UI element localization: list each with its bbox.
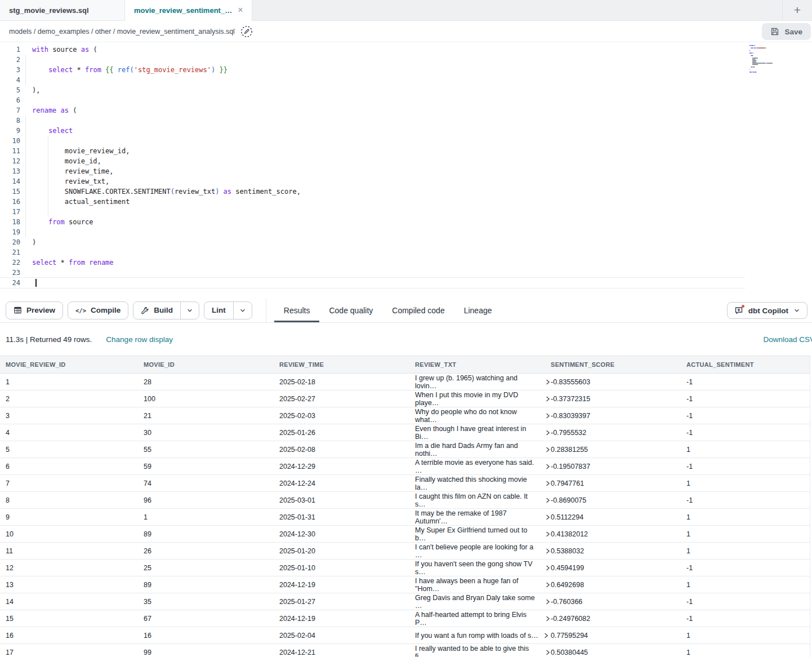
cell-review-txt: A terrible movie as everyone has said. … — [415, 459, 551, 474]
cell-movie-review-id: 8 — [6, 496, 144, 504]
cell-sentiment-score: 0.50380445 — [551, 649, 686, 656]
cell-movie-review-id: 3 — [6, 412, 144, 420]
expand-cell-chevron-right-icon[interactable] — [545, 514, 551, 521]
line-number: 11 — [0, 146, 20, 156]
code-line[interactable]: 16 actual_sentiment — [0, 197, 812, 207]
lint-dropdown-button[interactable] — [233, 302, 252, 319]
code-line[interactable]: 5), — [0, 85, 812, 95]
review-text: I caught this film on AZN on cable. It s… — [415, 492, 540, 508]
change-row-display-link[interactable]: Change row display — [106, 335, 173, 344]
expand-cell-chevron-right-icon[interactable] — [545, 497, 551, 504]
cell-movie-review-id: 12 — [6, 564, 144, 572]
preview-button[interactable]: Preview — [6, 301, 63, 319]
code-line[interactable]: 15 SNOWFLAKE.CORTEX.SENTIMENT(review_txt… — [0, 187, 812, 197]
cell-review-time: 2024-12-29 — [279, 463, 415, 470]
expand-cell-chevron-right-icon[interactable] — [543, 632, 549, 639]
code-line[interactable]: 17 — [0, 207, 812, 217]
build-split-button: Build — [133, 301, 199, 319]
cell-review-txt: If you want a fun romp with loads of s… — [415, 632, 551, 640]
cell-actual-sentiment: 1 — [686, 530, 810, 538]
code-line[interactable]: 12 movie_id, — [0, 156, 812, 166]
expand-cell-chevron-right-icon[interactable] — [545, 480, 551, 487]
code-line[interactable]: 14 review_txt, — [0, 176, 812, 187]
code-line[interactable]: 6 — [0, 95, 812, 105]
review-text: If you want a fun romp with loads of s… — [415, 632, 538, 640]
review-text: A half-hearted attempt to bring Elvis P… — [415, 611, 540, 627]
code-line[interactable]: 24 — [0, 278, 745, 288]
code-line[interactable]: 21 — [0, 247, 812, 258]
expand-cell-chevron-right-icon[interactable] — [545, 463, 551, 470]
cell-review-time: 2024-12-24 — [279, 480, 415, 487]
tab-movie-review-sentiment-analysis[interactable]: movie_review_sentiment_… × — [125, 0, 252, 21]
cell-sentiment-score: -0.83555603 — [551, 378, 686, 386]
cell-movie-review-id: 10 — [6, 530, 144, 538]
line-number: 21 — [0, 247, 20, 258]
cell-actual-sentiment: -1 — [686, 564, 810, 572]
code-line[interactable]: 3 select * from {{ ref('stg_movie_review… — [0, 65, 812, 75]
expand-cell-chevron-right-icon[interactable] — [545, 548, 551, 554]
code-line[interactable]: 20) — [0, 237, 812, 247]
expand-cell-chevron-right-icon[interactable] — [545, 396, 551, 402]
table-row: 16162025-02-04If you want a fun romp wit… — [0, 627, 810, 644]
cell-movie-id: 35 — [144, 598, 279, 606]
expand-cell-chevron-right-icon[interactable] — [545, 429, 551, 436]
table-row: 3212025-02-03Why do people who do not kn… — [0, 407, 810, 424]
save-button[interactable]: Save — [762, 23, 811, 40]
new-tab-button[interactable]: + — [782, 0, 812, 20]
expand-cell-chevron-right-icon[interactable] — [545, 598, 551, 605]
dbt-copilot-button[interactable]: dbt Copilot — [727, 302, 807, 319]
code-line[interactable]: 8 — [0, 116, 812, 126]
tab-compiled-code[interactable]: Compiled code — [382, 298, 454, 322]
review-text: When I put this movie in my DVD playe… — [415, 391, 540, 407]
build-button[interactable]: Build — [133, 302, 180, 319]
cell-review-txt: I have always been a huge fan of "Hom… — [415, 577, 551, 593]
expand-cell-chevron-right-icon[interactable] — [545, 379, 551, 385]
code-line[interactable]: 13 review_time, — [0, 166, 812, 176]
line-number: 16 — [0, 197, 20, 207]
code-line[interactable]: 9 select — [0, 126, 812, 136]
lint-button[interactable]: Lint — [204, 302, 233, 319]
code-line[interactable]: 11 movie_review_id, — [0, 146, 812, 156]
build-dropdown-button[interactable] — [180, 302, 199, 319]
expand-cell-chevron-right-icon[interactable] — [545, 565, 551, 571]
tab-lineage[interactable]: Lineage — [454, 298, 502, 322]
code-line[interactable]: 10 — [0, 136, 812, 146]
cell-movie-review-id: 11 — [6, 547, 144, 555]
code-line[interactable]: 7rename as ( — [0, 105, 812, 116]
text-cursor — [35, 279, 37, 287]
compile-button[interactable]: </> Compile — [68, 301, 128, 319]
tab-results[interactable]: Results — [274, 298, 320, 322]
code-line[interactable]: 2 — [0, 55, 812, 65]
expand-cell-chevron-right-icon[interactable] — [545, 615, 551, 622]
expand-cell-chevron-right-icon[interactable] — [545, 412, 551, 419]
line-number: 4 — [0, 75, 20, 85]
table-row: 5552025-02-08Im a die hard Dads Army fan… — [0, 441, 810, 458]
code-line[interactable]: 1with source as ( — [0, 45, 812, 55]
table-row: 13892024-12-19I have always been a huge … — [0, 576, 810, 593]
cell-sentiment-score: -0.8690075 — [551, 496, 686, 504]
expand-cell-chevron-right-icon[interactable] — [545, 649, 551, 656]
dashed-circle-pencil-icon[interactable] — [240, 25, 253, 38]
cell-review-txt: Why do people who do not know what… — [415, 408, 551, 424]
code-line[interactable]: 18 from source — [0, 217, 812, 227]
editor-minimap[interactable] — [749, 45, 789, 77]
tab-code-quality[interactable]: Code quality — [319, 298, 382, 322]
code-line[interactable]: 4 — [0, 75, 812, 85]
cell-actual-sentiment: 1 — [686, 446, 810, 454]
code-line[interactable]: 19 — [0, 227, 812, 237]
cell-sentiment-score: 0.77595294 — [551, 632, 686, 640]
cell-review-txt: My Super Ex Girlfriend turned out to b… — [415, 526, 551, 542]
expand-cell-chevron-right-icon[interactable] — [545, 531, 551, 538]
cell-review-txt: I caught this film on AZN on cable. It s… — [415, 492, 551, 508]
download-csv-link[interactable]: Download CSV — [763, 335, 812, 344]
expand-cell-chevron-right-icon[interactable] — [545, 446, 551, 453]
review-text: I can't believe people are looking for a… — [415, 543, 540, 559]
code-editor[interactable]: 1with source as (23 select * from {{ ref… — [0, 42, 812, 298]
code-line[interactable]: 22select * from rename — [0, 258, 812, 268]
cell-review-txt: Finally watched this shocking movie la… — [415, 476, 551, 491]
close-tab-icon[interactable]: × — [232, 6, 243, 15]
expand-cell-chevron-right-icon[interactable] — [545, 581, 551, 588]
code-line[interactable]: 23 — [0, 268, 812, 278]
tab-stg-movie-reviews[interactable]: stg_movie_reviews.sql — [0, 0, 125, 20]
cell-movie-id: 21 — [144, 412, 279, 420]
